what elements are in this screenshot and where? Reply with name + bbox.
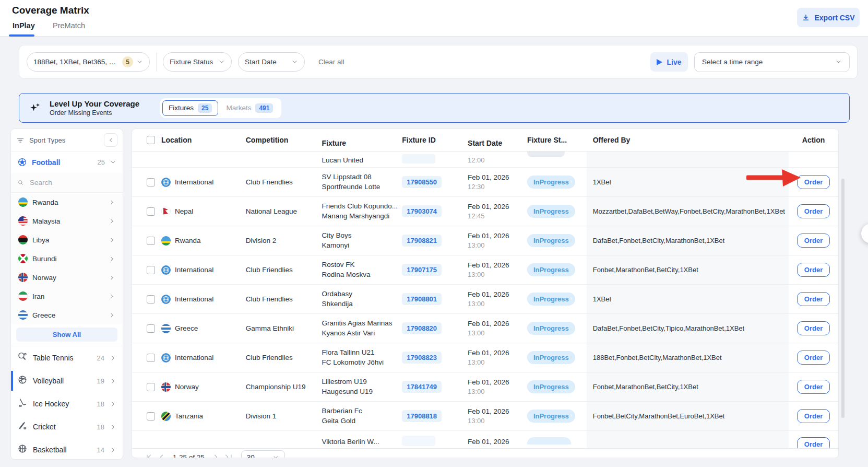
banner-title: Level Up Your Coverage: [50, 99, 139, 109]
fixture-id-link[interactable]: 17908801: [402, 293, 442, 305]
sidebar-item-cricket[interactable]: Cricket 18: [11, 415, 123, 438]
start-date: Feb 01, 2026: [468, 348, 509, 358]
sidebar-country-norway[interactable]: Norway: [11, 268, 123, 287]
export-csv-button[interactable]: Export CSV: [797, 8, 860, 27]
table-row: Norway Championship U19 Lillestrom U19 H…: [132, 372, 838, 402]
order-button[interactable]: Order: [797, 234, 830, 248]
order-button[interactable]: Order: [797, 204, 830, 218]
row-checkbox[interactable]: [147, 266, 155, 274]
sidebar-country-greece[interactable]: Greece: [11, 306, 123, 324]
sidebar-item-ice-hockey[interactable]: Ice Hockey 18: [11, 392, 123, 415]
sidebar-item-basketball[interactable]: Basketball 14: [11, 438, 123, 460]
banner-tab-fixtures[interactable]: Fixtures 25: [162, 100, 218, 116]
bookmakers-dropdown[interactable]: 188Bet, 1XBet, Bet365, Betano,... 5: [27, 52, 150, 72]
fixture-id-link[interactable]: 17908820: [402, 322, 442, 334]
fixture-id-link[interactable]: 17908823: [402, 352, 442, 364]
fixture-team-home: Granitis Agias Marinas: [322, 319, 392, 329]
malaysia-flag-icon: [18, 216, 28, 226]
sidebar-country-iran[interactable]: Iran: [11, 287, 123, 306]
basketball-icon: [17, 443, 28, 456]
status-badge: [527, 151, 565, 157]
row-checkbox[interactable]: [147, 207, 155, 216]
order-button[interactable]: Order: [797, 175, 830, 189]
international-flag-icon: [161, 178, 171, 187]
order-button[interactable]: Order: [797, 409, 830, 423]
table-scrollbar[interactable]: [841, 179, 845, 418]
table-body: International Club Friendlies SV Lippsta…: [132, 168, 838, 431]
status-badge: InProgress: [527, 380, 575, 393]
row-checkbox[interactable]: [147, 354, 155, 362]
pagination-range: 1-25 of 25: [173, 453, 205, 459]
last-page-button[interactable]: [222, 451, 234, 458]
live-button[interactable]: Live: [650, 52, 688, 72]
chevron-right-icon: [109, 237, 115, 243]
fixture-id-link[interactable]: [402, 436, 435, 446]
status-badge: InProgress: [527, 263, 575, 276]
clear-all-button[interactable]: Clear all: [318, 58, 344, 66]
sidebar-item-table-tennis[interactable]: Table Tennis 24: [11, 346, 123, 369]
row-checkbox[interactable]: [147, 324, 155, 333]
level-up-banner: Level Up Your Coverage Order Missing Eve…: [19, 93, 850, 123]
sidebar-item-volleyball[interactable]: Volleyball 19: [11, 369, 123, 392]
fixture-id-link[interactable]: 17841749: [402, 381, 442, 393]
order-button[interactable]: Order: [797, 321, 830, 335]
order-button[interactable]: Order: [797, 351, 830, 365]
coverage-matrix-page: Coverage Matrix InPlay PreMatch Export C…: [0, 0, 868, 467]
sport-count: 18: [97, 400, 104, 408]
status-badge: [527, 437, 571, 445]
fixture-id-link[interactable]: 17908821: [402, 235, 442, 247]
order-button[interactable]: Order: [797, 263, 830, 277]
show-all-button[interactable]: Show All: [16, 328, 117, 342]
page-size-select[interactable]: 30: [241, 450, 285, 459]
chevron-down-icon: [136, 59, 143, 65]
offered-by-list: 188Bet,Fonbet,BetCity,MarathonBet,1XBet: [593, 354, 722, 361]
fixture-id-link[interactable]: 17907175: [402, 264, 442, 276]
time-range-dropdown[interactable]: Select a time range: [694, 52, 850, 72]
sidebar-country-libya[interactable]: Libya: [11, 230, 123, 249]
banner-tab-markets[interactable]: Markets 491: [220, 100, 279, 116]
order-button[interactable]: Order: [797, 292, 830, 306]
row-checkbox[interactable]: [147, 295, 155, 303]
row-checkbox[interactable]: [147, 178, 155, 186]
greece-flag-icon: [18, 310, 28, 320]
row-checkbox[interactable]: [147, 383, 155, 391]
row-checkbox[interactable]: [147, 412, 155, 421]
row-checkbox[interactable]: [147, 237, 155, 245]
fixture-id-link[interactable]: 17908550: [402, 176, 442, 188]
fixture-id-link[interactable]: [402, 154, 435, 164]
order-button[interactable]: Order: [797, 437, 830, 448]
chevron-right-icon: [109, 293, 115, 300]
fixture-team-home: Barberian Fc: [322, 406, 362, 416]
fixture-id-link[interactable]: 17908818: [402, 410, 442, 422]
country-label: Burundi: [32, 255, 104, 263]
sidebar-country-burundi[interactable]: Burundi: [11, 249, 123, 268]
sidebar-item-football[interactable]: Football 25: [11, 151, 123, 173]
sport-count: 18: [97, 423, 104, 431]
search-input[interactable]: [29, 178, 99, 187]
location-label: Norway: [175, 383, 199, 391]
sidebar-country-rwanda[interactable]: Rwanda: [11, 193, 123, 212]
start-date-dropdown[interactable]: Start Date: [238, 52, 305, 72]
order-button[interactable]: Order: [797, 380, 830, 394]
tab-prematch[interactable]: PreMatch: [53, 21, 85, 30]
country-label: Malaysia: [32, 217, 104, 225]
floating-widget-button[interactable]: [861, 224, 868, 243]
offered-by-list: Mozzartbet,DafaBet,BetWay,Fonbet,BetCity…: [593, 207, 785, 215]
start-time: 12:00: [468, 156, 485, 164]
chevron-right-icon: [109, 312, 115, 319]
competition-label: Club Friendlies: [246, 178, 293, 186]
fixture-team-away: Kamonyi: [322, 241, 349, 251]
tab-inplay[interactable]: InPlay: [13, 21, 35, 30]
first-page-button[interactable]: [144, 451, 155, 458]
sidebar-country-malaysia[interactable]: Malaysia: [11, 212, 123, 230]
select-all-checkbox[interactable]: [147, 136, 155, 144]
sidebar-collapse-button[interactable]: [104, 133, 117, 147]
next-page-button[interactable]: [210, 451, 221, 458]
fixture-id-link[interactable]: 17903074: [402, 205, 442, 217]
chevron-right-icon: [110, 447, 116, 453]
offered-by-list: DafaBet,Fonbet,BetCity,Tipico,MarathonBe…: [593, 324, 744, 332]
chevron-right-icon: [109, 255, 115, 262]
fixture-status-dropdown[interactable]: Fixture Status: [163, 52, 232, 72]
sidebar-header: Sport Types: [11, 129, 123, 151]
previous-page-button[interactable]: [156, 451, 168, 458]
